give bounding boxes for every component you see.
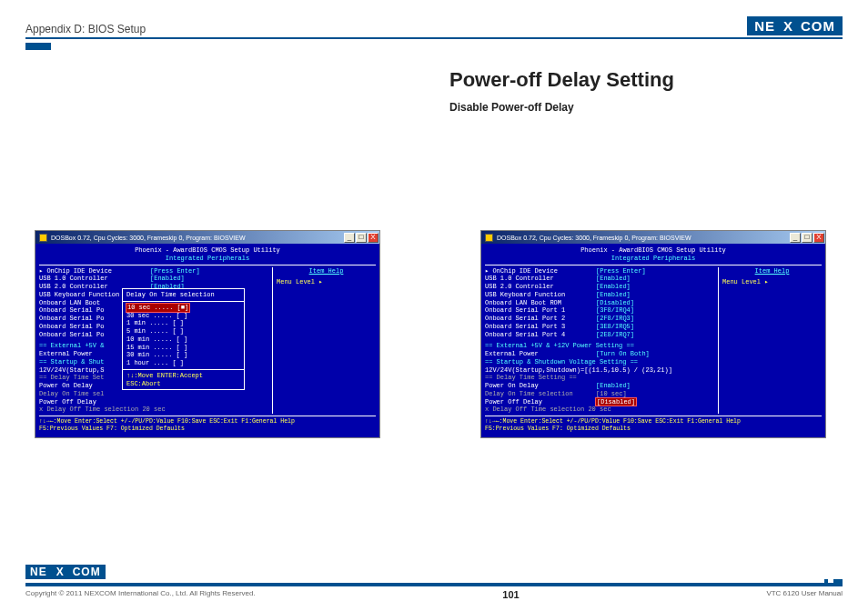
setting-row[interactable]: Power On Delay[Enabled] (485, 382, 712, 390)
setting-row[interactable]: USB 1.0 Controller[Enabled] (39, 275, 267, 283)
popup-option[interactable]: 10 min ..... [ ] (126, 336, 240, 344)
menu-level: Menu Level ▸ (722, 278, 822, 286)
bios-settings-list[interactable]: ▸ OnChip IDE Device[Press Enter] USB 1.0… (485, 267, 712, 415)
close-button[interactable]: X (813, 233, 824, 243)
logo-com: COM (795, 16, 843, 35)
popup-hint: ↑↓:Move ENTER:Accept ESC:Abort (126, 372, 240, 388)
titlebar: DOSBox 0.72, Cpu Cycles: 3000, Frameskip… (481, 231, 825, 244)
item-help-panel: Item Help Menu Level ▸ (272, 267, 376, 415)
popup-option[interactable]: 1 hour .... [ ] (126, 359, 240, 367)
content-area: Power-off Delay Setting Disable Power-of… (25, 50, 843, 523)
bios-title2: Integrated Peripherals (39, 255, 376, 263)
setting-row[interactable]: Onboard LAN Boot ROM[Disabled] (485, 299, 712, 307)
hints-line1: ↑↓→←:Move Enter:Select +/-/PU/PD:Value F… (485, 418, 822, 426)
setting-row[interactable]: USB 1.0 Controller[Enabled] (485, 275, 712, 283)
section-ext-power: == External +5V & +12V Power Setting == (485, 342, 712, 350)
window-buttons: _ □ X (344, 233, 378, 243)
key-hints: ↑↓→←:Move Enter:Select +/-/PU/PD:Value F… (485, 416, 822, 434)
dosbox-window-left: DOSBox 0.72, Cpu Cycles: 3000, Frameskip… (35, 230, 380, 438)
item-help-panel: Item Help Menu Level ▸ (718, 267, 822, 415)
titlebar: DOSBox 0.72, Cpu Cycles: 3000, Frameskip… (35, 231, 379, 244)
setting-row[interactable]: Power Off Delay (39, 398, 267, 406)
setting-row-poweroff[interactable]: Power Off Delay[Disabled] (485, 398, 712, 406)
bios-screen-right[interactable]: Phoenix - AwardBIOS CMOS Setup Utility I… (481, 244, 825, 437)
hints-line2: F5:Previous Values F7: Optimized Default… (39, 426, 376, 433)
page-number: 101 (502, 589, 519, 600)
bios-title1: Phoenix - AwardBIOS CMOS Setup Utility (485, 246, 822, 255)
bios-title1: Phoenix - AwardBIOS CMOS Setup Utility (39, 246, 376, 255)
setting-row[interactable]: Onboard Serial Port 3[3E8/IRQ5] (485, 323, 712, 331)
titlebar-text: DOSBox 0.72, Cpu Cycles: 3000, Frameskip… (497, 235, 691, 241)
footer-logo: NE X COM (25, 565, 106, 579)
popup-option[interactable]: 10 sec ..... [■] (126, 304, 240, 312)
manual-page: Appendix D: BIOS Setup NE X COM Power-of… (0, 0, 868, 611)
section-startup: == Startup & Shutdown Voltage Setting == (485, 358, 712, 366)
logo-x: X (781, 16, 795, 35)
page-header: Appendix D: BIOS Setup NE X COM (25, 16, 843, 39)
app-icon (485, 234, 493, 242)
bios-screen-left[interactable]: Phoenix - AwardBIOS CMOS Setup Utility I… (35, 244, 379, 437)
setting-row[interactable]: USB Keyboard Function[Enabled] (485, 291, 712, 299)
popup-option[interactable]: 15 min ..... [ ] (126, 344, 240, 352)
setting-row[interactable]: Onboard Serial Port 1[3F8/IRQ4] (485, 306, 712, 315)
setting-row[interactable]: Delay On Time selection[10 sec] (485, 390, 712, 398)
key-hints: ↑↓→←:Move Enter:Select +/-/PU/PD:Value F… (39, 416, 376, 434)
app-icon (39, 234, 47, 242)
hints-line1: ↑↓→←:Move Enter:Select +/-/PU/PD:Value F… (39, 418, 376, 426)
delay-time-popup[interactable]: Delay On Time selection 10 sec ..... [■]… (122, 288, 245, 390)
setting-row[interactable]: Onboard Serial Port 2[2F8/IRQ3] (485, 315, 712, 323)
popup-option[interactable]: 5 min ..... [ ] (126, 327, 240, 336)
setting-row[interactable]: ▸ OnChip IDE Device[Press Enter] (485, 267, 712, 275)
item-help-title: Item Help (277, 267, 376, 275)
popup-options[interactable]: 10 sec ..... [■]30 sec ..... [ ] 1 min .… (126, 304, 240, 367)
manual-name: VTC 6120 User Manual (766, 589, 843, 600)
section-delay: == Delay Time Setting == (485, 374, 712, 382)
section-title: Power-off Delay Setting (449, 68, 674, 92)
brand-logo: NE X COM (747, 16, 843, 35)
setting-row[interactable]: Onboard Serial Port 4[2E8/IRQ7] (485, 331, 712, 339)
minimize-button[interactable]: _ (790, 233, 801, 243)
setting-row[interactable]: USB 2.0 Controller[Enabled] (485, 283, 712, 291)
footer-rule (25, 583, 843, 586)
appendix-title: Appendix D: BIOS Setup (25, 23, 146, 35)
minimize-button[interactable]: _ (344, 233, 355, 243)
setting-row[interactable]: External Power[Turn On Both] (485, 350, 712, 358)
item-help-title: Item Help (722, 267, 822, 275)
header-accent (25, 43, 51, 50)
setting-row[interactable]: Delay On Time sel (39, 390, 267, 398)
setting-row[interactable]: x Delay Off Time selection 20 sec (39, 406, 267, 414)
section-subtitle: Disable Power-off Delay (449, 101, 574, 114)
hints-line2: F5:Previous Values F7: Optimized Default… (485, 426, 822, 433)
menu-level: Menu Level ▸ (277, 278, 376, 286)
maximize-button[interactable]: □ (802, 233, 812, 243)
setting-row-disabled: x Delay Off Time selection 20 sec (485, 406, 712, 414)
bios-title2: Integrated Peripherals (485, 255, 822, 263)
setting-row[interactable]: 12V/24V(Startup,Shutdown)=[(11.5,10.5) /… (485, 366, 712, 375)
titlebar-text: DOSBox 0.72, Cpu Cycles: 3000, Frameskip… (51, 235, 246, 241)
maximize-button[interactable]: □ (356, 233, 367, 243)
copyright-text: Copyright © 2011 NEXCOM International Co… (25, 589, 256, 600)
popup-title: Delay On Time selection (126, 291, 240, 299)
logo-ne: NE (747, 16, 781, 35)
dosbox-window-right: DOSBox 0.72, Cpu Cycles: 3000, Frameskip… (480, 230, 826, 438)
window-buttons: _ □ X (790, 233, 824, 243)
close-button[interactable]: X (368, 233, 378, 243)
page-footer: NE X COM Copyright © 2011 NEXCOM Interna… (25, 583, 843, 600)
popup-option[interactable]: 30 sec ..... [ ] (126, 312, 240, 320)
setting-row[interactable]: ▸ OnChip IDE Device[Press Enter] (39, 267, 267, 275)
popup-option[interactable]: 30 min ..... [ ] (126, 351, 240, 359)
popup-option[interactable]: 1 min ..... [ ] (126, 319, 240, 327)
